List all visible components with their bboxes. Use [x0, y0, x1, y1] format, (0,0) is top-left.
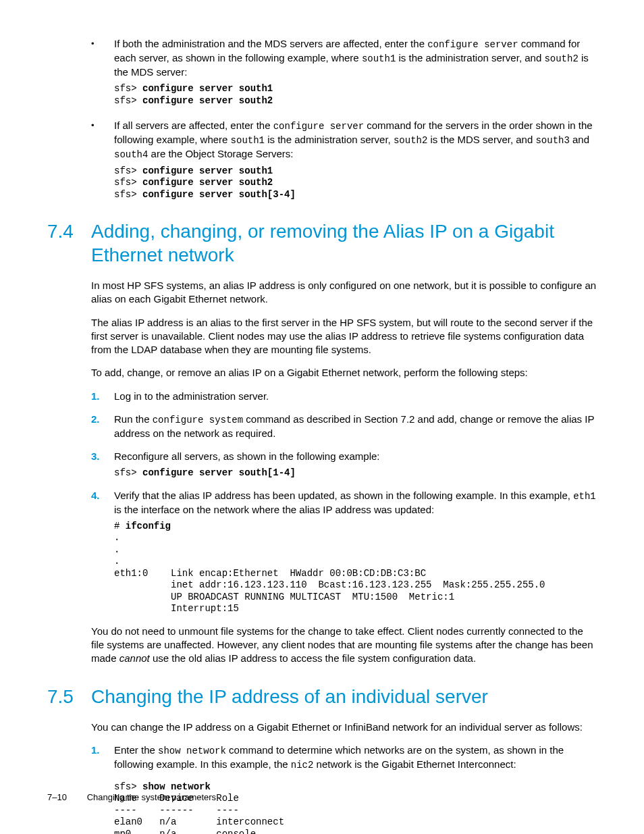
output: . . . eth1:0 Link encap:Ethernet HWaddr …	[114, 532, 545, 614]
inline-code: south2	[544, 53, 578, 64]
command: configure server south[3-4]	[142, 189, 296, 200]
text: and	[570, 134, 589, 145]
text: is the MDS server, and	[427, 134, 535, 145]
inline-code: nic2	[291, 760, 314, 771]
text: network is the Gigabit Ethernet Intercon…	[313, 758, 516, 770]
text: Verify that the alias IP address has bee…	[114, 490, 573, 501]
page-number: 7–10	[47, 791, 84, 804]
paragraph: You do not need to unmount file systems …	[91, 625, 597, 666]
command: configure server south2	[142, 177, 273, 188]
bullet-item: • If all servers are affected, enter the…	[91, 119, 597, 201]
prompt: sfs>	[114, 781, 142, 792]
code-block: sfs> configure server south1 sfs> config…	[114, 165, 597, 201]
paragraph: The alias IP address is an alias to the …	[91, 316, 597, 357]
step-number: 2.	[91, 413, 114, 440]
step-2: 2. Run the configure system command as d…	[91, 413, 597, 440]
bullet-text: If both the administration and the MDS s…	[114, 37, 597, 107]
step-text: Reconfigure all servers, as shown in the…	[114, 450, 597, 479]
command: configure server south1	[142, 165, 273, 176]
inline-code: show network	[158, 746, 226, 756]
step-4: 4. Verify that the alias IP address has …	[91, 489, 597, 615]
page: • If both the administration and the MDS…	[0, 0, 644, 834]
bullet-marker: •	[91, 119, 114, 201]
text: is the administration server,	[265, 134, 394, 145]
inline-code: south1	[362, 53, 396, 64]
text: is the administration server, and	[396, 52, 544, 63]
step-number: 1.	[91, 744, 114, 834]
bullet-text: If all servers are affected, enter the c…	[114, 119, 597, 201]
prompt: sfs>	[114, 95, 142, 106]
step-3: 3. Reconfigure all servers, as shown in …	[91, 450, 597, 479]
command: configure server south1	[142, 83, 273, 94]
text: Reconfigure all servers, as shown in the…	[114, 450, 380, 462]
bullet-marker: •	[91, 37, 114, 107]
code-block: # ifconfig . . . eth1:0 Link encap:Ether…	[114, 521, 597, 615]
paragraph: To add, change, or remove an alias IP on…	[91, 366, 597, 380]
prompt: #	[114, 521, 126, 531]
inline-code: configure server	[427, 39, 518, 50]
prompt: sfs>	[114, 83, 142, 94]
inline-code: configure system	[153, 415, 243, 425]
command: ifconfig	[126, 521, 171, 531]
step-1: 1. Enter the show network command to det…	[91, 744, 597, 834]
inline-code: south1	[231, 135, 265, 146]
step-number: 4.	[91, 489, 114, 615]
inline-code: south3	[535, 135, 569, 146]
section-title: Adding, changing, or removing the Alias …	[91, 219, 597, 267]
code-block: sfs> configure server south[1-4]	[114, 467, 597, 479]
bullet-item: • If both the administration and the MDS…	[91, 37, 597, 107]
footer-title: Changing the system parameters	[87, 792, 216, 802]
text: Run the	[114, 413, 153, 425]
inline-code: south2	[394, 135, 427, 146]
step-1: 1. Log in to the administration server.	[91, 390, 597, 403]
prompt: sfs>	[114, 467, 142, 478]
inline-code: south4	[114, 149, 148, 160]
section-title: Changing the IP address of an individual…	[91, 685, 597, 708]
step-number: 1.	[91, 390, 114, 403]
step-text: Log in to the administration server.	[114, 390, 597, 403]
command: configure server south[1-4]	[142, 467, 296, 478]
command: show network	[142, 781, 211, 792]
text: If all servers are affected, enter the	[114, 120, 273, 131]
section-number: 7.5	[47, 685, 91, 708]
inline-code: configure server	[273, 121, 364, 132]
text: is the interface on the network where th…	[114, 504, 434, 515]
code-block: sfs> show network Name Device Role ---- …	[114, 781, 597, 834]
text: Enter the	[114, 744, 158, 756]
step-number: 3.	[91, 450, 114, 479]
text: use the old alias IP address to access t…	[150, 652, 476, 664]
text: are the Object Storage Servers:	[148, 148, 293, 159]
prompt: sfs>	[114, 165, 142, 176]
section-number: 7.4	[47, 219, 91, 267]
text: If both the administration and the MDS s…	[114, 38, 427, 49]
inline-code: eth1	[573, 491, 596, 502]
prompt: sfs>	[114, 177, 142, 188]
command: configure server south2	[142, 95, 273, 106]
paragraph: In most HP SFS systems, an alias IP addr…	[91, 279, 597, 307]
section-heading-7-4: 7.4 Adding, changing, or removing the Al…	[47, 219, 597, 267]
paragraph: You can change the IP address on a Gigab…	[91, 721, 597, 734]
step-text: Verify that the alias IP address has bee…	[114, 489, 597, 615]
code-block: sfs> configure server south1 sfs> config…	[114, 83, 597, 107]
section-heading-7-5: 7.5 Changing the IP address of an indivi…	[47, 685, 597, 708]
italic-text: cannot	[119, 652, 150, 664]
step-text: Enter the show network command to determ…	[114, 744, 597, 834]
page-footer: 7–10 Changing the system parameters	[47, 791, 216, 804]
prompt: sfs>	[114, 189, 142, 200]
step-text: Run the configure system command as desc…	[114, 413, 597, 440]
